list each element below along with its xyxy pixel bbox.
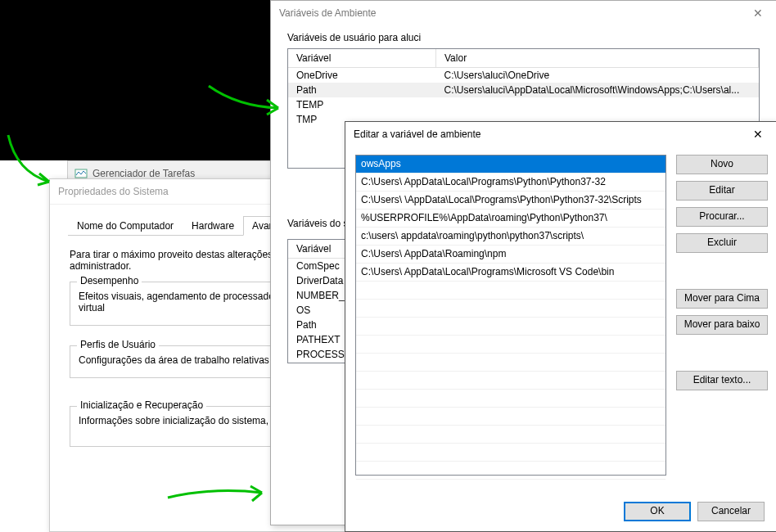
move-up-button[interactable]: Mover para Cima xyxy=(676,289,768,309)
new-button[interactable]: Novo xyxy=(676,155,768,174)
table-row[interactable]: TEMP xyxy=(288,97,759,112)
edit-text-button[interactable]: Editar texto... xyxy=(676,371,768,390)
path-title: Editar a variável de ambiente xyxy=(354,122,480,147)
list-item[interactable] xyxy=(356,462,665,480)
list-item[interactable]: c:\users\ appdata\roaming\python\python3… xyxy=(356,228,665,246)
delete-button[interactable]: Excluir xyxy=(676,233,768,253)
path-button-column: Novo Editar Procurar... Excluir Mover pa… xyxy=(676,155,766,476)
list-item[interactable] xyxy=(356,336,665,354)
list-item[interactable] xyxy=(356,354,665,372)
tab-hardware[interactable]: Hardware xyxy=(183,216,243,236)
list-item[interactable]: C:\Users\ AppData\Local\Programs\Python\… xyxy=(356,174,665,192)
list-item[interactable]: C:\Users\ AppData\Local\Programs\Microso… xyxy=(356,264,665,282)
list-item[interactable] xyxy=(356,426,665,444)
move-down-button[interactable]: Mover para baixo xyxy=(676,315,768,335)
list-item[interactable] xyxy=(356,408,665,426)
list-item[interactable]: C:\Users\ \AppData\Local\Programs\Python… xyxy=(356,192,665,210)
cancel-button[interactable]: Cancelar xyxy=(697,502,765,521)
profiles-legend: Perfis de Usuário xyxy=(77,339,159,350)
task-manager-title: Gerenciador de Tarefas xyxy=(92,168,195,179)
list-item[interactable] xyxy=(356,444,665,462)
edit-button[interactable]: Editar xyxy=(676,181,768,201)
sysprop-title: Propriedades do Sistema xyxy=(58,179,169,204)
list-item[interactable] xyxy=(356,390,665,408)
table-row[interactable]: PathC:\Users\aluci\AppData\Local\Microso… xyxy=(288,83,759,97)
edit-env-var-dialog: Editar a variável de ambiente ✕ owsApps … xyxy=(345,121,776,532)
table-row[interactable]: OneDriveC:\Users\aluci\OneDrive xyxy=(288,68,759,83)
tab-computer-name[interactable]: Nome do Computador xyxy=(68,216,183,236)
startup-legend: Inicialização e Recuperação xyxy=(77,399,206,411)
performance-legend: Desempenho xyxy=(77,275,142,286)
dialog-bottom-buttons: OK Cancelar xyxy=(624,502,765,521)
list-item[interactable] xyxy=(356,318,665,336)
close-icon[interactable]: ✕ xyxy=(739,122,776,147)
path-entries-list[interactable]: owsApps C:\Users\ AppData\Local\Programs… xyxy=(355,155,666,476)
list-item[interactable] xyxy=(356,372,665,390)
list-item[interactable] xyxy=(356,282,665,300)
list-item[interactable]: %USERPROFILE%\AppData\roaming\Python\Pyt… xyxy=(356,210,665,228)
path-titlebar: Editar a variável de ambiente ✕ xyxy=(345,122,776,147)
col-value[interactable]: Valor xyxy=(436,49,759,68)
env-title: Variáveis de Ambiente xyxy=(279,1,377,25)
env-titlebar: Variáveis de Ambiente ✕ xyxy=(271,1,776,25)
browse-button[interactable]: Procurar... xyxy=(676,207,768,227)
ok-button[interactable]: OK xyxy=(624,502,691,521)
col-variable[interactable]: Variável xyxy=(288,49,436,68)
user-vars-label: Variáveis de usuário para aluci xyxy=(287,32,776,43)
list-item[interactable]: C:\Users\ AppData\Roaming\npm xyxy=(356,246,665,264)
list-item[interactable]: owsApps xyxy=(356,156,665,174)
user-vars-header: Variável Valor xyxy=(288,49,759,68)
desktop-black-area xyxy=(0,0,270,160)
close-icon[interactable]: ✕ xyxy=(739,1,776,25)
list-item[interactable] xyxy=(356,300,665,318)
